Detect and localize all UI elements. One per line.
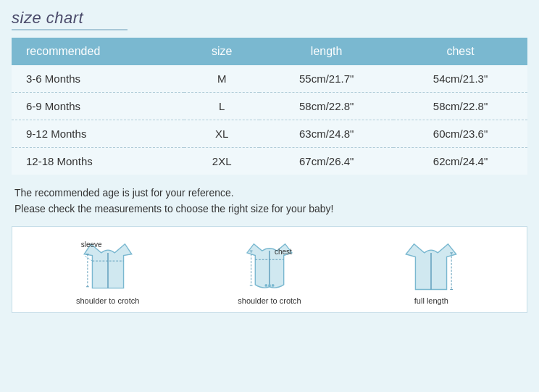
table-cell-size: M	[184, 65, 259, 93]
table-cell-length: 55cm/21.7"	[259, 65, 393, 93]
note-line2: Please check the measurements to choose …	[14, 203, 333, 214]
garment-svg-2	[237, 241, 302, 295]
page-wrapper: size chart recommended size length chest…	[0, 0, 539, 392]
svg-point-7	[264, 284, 267, 287]
col-header-size: size	[184, 38, 259, 65]
garment-svg-3	[398, 241, 464, 295]
table-cell-age: 6-9 Months	[12, 93, 184, 120]
table-row: 12-18 Months2XL67cm/26.4"62cm/24.4"	[12, 148, 527, 175]
svg-line-1	[84, 255, 92, 261]
table-cell-length: 63cm/24.8"	[259, 120, 393, 148]
table-body: 3-6 MonthsM55cm/21.7"54cm/21.3"6-9 Month…	[12, 65, 527, 175]
title-underline	[12, 29, 128, 30]
table-cell-age: 9-12 Months	[12, 120, 184, 148]
diagram-item-3: full length	[398, 241, 464, 305]
size-chart-table: recommended size length chest 3-6 Months…	[12, 38, 527, 175]
diagram-item-2: chest shoulder to crotch	[237, 241, 302, 305]
diagram-label-3: full length	[414, 296, 448, 305]
diagram-container: sleeve shoulder to crotch chest	[12, 226, 527, 313]
page-title: size chart	[12, 9, 527, 28]
table-cell-size: 2XL	[184, 148, 259, 175]
title-area: size chart	[12, 9, 527, 30]
table-cell-size: L	[184, 93, 259, 120]
table-cell-length: 58cm/22.8"	[259, 93, 393, 120]
table-row: 9-12 MonthsXL63cm/24.8"60cm/23.6"	[12, 120, 527, 148]
table-cell-age: 3-6 Months	[12, 65, 184, 93]
table-row: 6-9 MonthsL58cm/22.8"58cm/22.8"	[12, 93, 527, 120]
col-header-length: length	[259, 38, 393, 65]
table-header-row: recommended size length chest	[12, 38, 527, 65]
col-header-chest: chest	[393, 38, 527, 65]
diagram-label-2: shoulder to crotch	[238, 296, 301, 305]
chest-label: chest	[275, 248, 292, 256]
table-cell-size: XL	[184, 120, 259, 148]
table-row: 3-6 MonthsM55cm/21.7"54cm/21.3"	[12, 65, 527, 93]
diagram-label-1: shoulder to crotch	[76, 296, 139, 305]
diagram-item-1: sleeve shoulder to crotch	[75, 241, 141, 305]
table-cell-chest: 54cm/21.3"	[393, 65, 527, 93]
table-cell-chest: 58cm/22.8"	[393, 93, 527, 120]
table-cell-age: 12-18 Months	[12, 148, 184, 175]
note-text: The recommended age is just for your ref…	[12, 185, 527, 217]
col-header-recommended: recommended	[12, 38, 184, 65]
sleeve-label: sleeve	[81, 241, 102, 249]
table-cell-chest: 62cm/24.4"	[393, 148, 527, 175]
note-line1: The recommended age is just for your ref…	[14, 187, 234, 199]
svg-point-8	[268, 284, 271, 287]
table-cell-chest: 60cm/23.6"	[393, 120, 527, 148]
table-cell-length: 67cm/26.4"	[259, 148, 393, 175]
svg-point-9	[272, 284, 275, 287]
garment-svg-1	[75, 241, 141, 295]
